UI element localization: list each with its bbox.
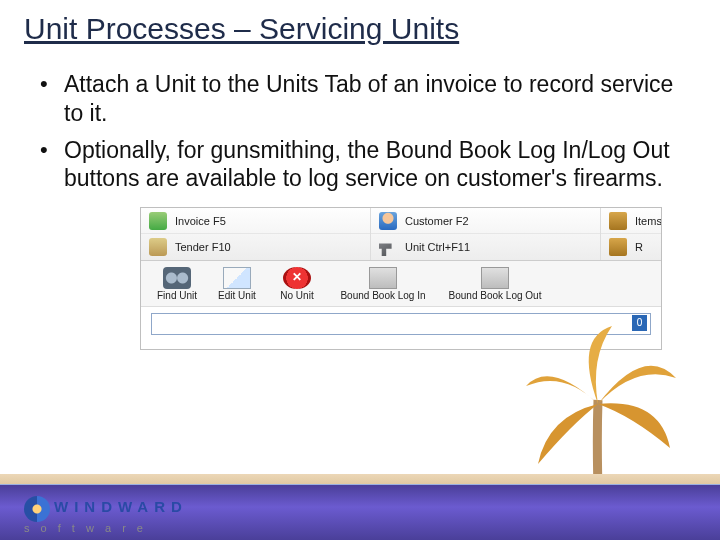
invoice-label: Invoice F5 — [175, 215, 362, 227]
logo-swirl-icon — [24, 496, 50, 522]
extra-label: R — [635, 241, 653, 253]
edit-icon — [223, 267, 251, 289]
book-icon — [481, 267, 509, 289]
application-screenshot: Invoice F5 Tender F10 Customer F2 Unit C… — [140, 207, 662, 350]
book-icon — [369, 267, 397, 289]
input-row: 0 — [141, 307, 661, 349]
no-unit-button[interactable]: No Unit — [269, 267, 325, 302]
slide-body: Attach a Unit to the Units Tab of an inv… — [0, 50, 720, 350]
windward-logo: WINDWARD s o f t w a r e — [24, 496, 188, 534]
items-label: Items — [635, 215, 661, 227]
box-icon — [609, 212, 627, 230]
bound-book-login-button[interactable]: Bound Book Log In — [329, 267, 437, 302]
slide-title: Unit Processes – Servicing Units — [0, 0, 720, 50]
field-indicator-badge: 0 — [632, 315, 647, 331]
cash-icon — [149, 238, 167, 256]
tender-button[interactable]: Tender F10 — [141, 234, 370, 260]
extra-button[interactable]: R — [601, 234, 661, 260]
bound-book-logout-button[interactable]: Bound Book Log Out — [441, 267, 549, 302]
unit-button[interactable]: Unit Ctrl+F11 — [371, 234, 600, 260]
customer-label: Customer F2 — [405, 215, 592, 227]
person-icon — [379, 212, 397, 230]
money-icon — [149, 212, 167, 230]
cancel-icon — [283, 267, 311, 289]
bullet-item: Optionally, for gunsmithing, the Bound B… — [40, 136, 680, 202]
gun-icon — [379, 238, 397, 256]
unit-search-input[interactable] — [151, 313, 651, 335]
edit-unit-button[interactable]: Edit Unit — [209, 267, 265, 302]
find-unit-button[interactable]: Find Unit — [149, 267, 205, 302]
binoculars-icon — [163, 267, 191, 289]
invoice-button[interactable]: Invoice F5 — [141, 208, 370, 234]
edit-unit-label: Edit Unit — [218, 291, 256, 302]
unit-toolbar: Find Unit Edit Unit No Unit Bound Book L… — [141, 261, 661, 307]
logo-brand: WINDWARD — [54, 498, 188, 515]
items-button[interactable]: Items — [601, 208, 661, 234]
unit-label: Unit Ctrl+F11 — [405, 241, 592, 253]
tender-label: Tender F10 — [175, 241, 362, 253]
box-plus-icon — [609, 238, 627, 256]
customer-button[interactable]: Customer F2 — [371, 208, 600, 234]
bound-book-logout-label: Bound Book Log Out — [449, 291, 542, 302]
logo-subtext: s o f t w a r e — [24, 522, 147, 534]
bullet-list: Attach a Unit to the Units Tab of an inv… — [40, 70, 680, 201]
no-unit-label: No Unit — [280, 291, 313, 302]
bullet-item: Attach a Unit to the Units Tab of an inv… — [40, 70, 680, 136]
bound-book-login-label: Bound Book Log In — [340, 291, 425, 302]
find-unit-label: Find Unit — [157, 291, 197, 302]
ribbon-bar: Invoice F5 Tender F10 Customer F2 Unit C… — [141, 208, 661, 261]
